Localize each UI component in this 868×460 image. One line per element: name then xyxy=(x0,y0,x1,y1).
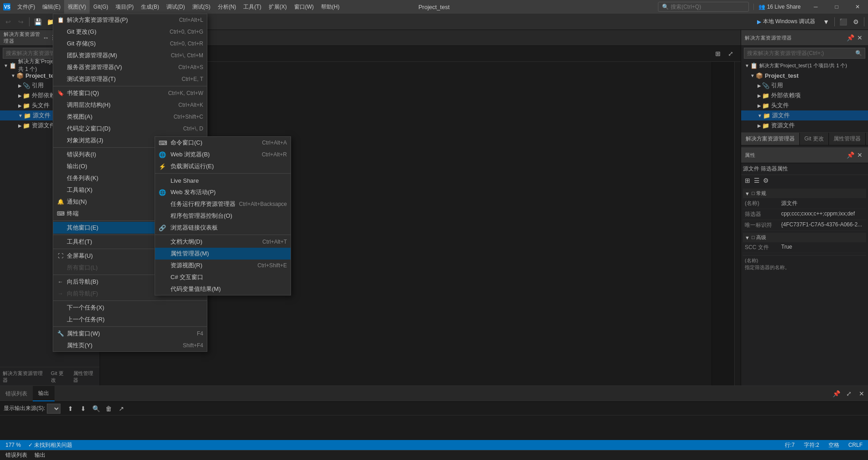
menu-git[interactable]: Git(G) xyxy=(90,0,112,14)
cm-git-changes[interactable]: Git 更改(G) Ctrl+0, Ctrl+G xyxy=(53,26,207,38)
menu-view[interactable]: 视图(V) xyxy=(64,0,90,14)
sol-source[interactable]: ▼ 📁 源文件 xyxy=(741,110,868,120)
props-sort-btn[interactable]: ⊞ xyxy=(743,176,752,185)
output-btn-1[interactable]: ⬆ xyxy=(64,402,77,415)
cm-proppage[interactable]: 属性页(Y) Shift+F4 xyxy=(53,340,207,351)
bottom-tab-output[interactable]: 输出 xyxy=(33,386,55,401)
props-section-general[interactable]: ▼ □ 常规 xyxy=(743,189,866,198)
sol-project[interactable]: ▼ 📦 Project_test xyxy=(741,70,868,80)
menu-tools[interactable]: 工具(T) xyxy=(240,0,265,14)
sub-propsmanager[interactable]: 属性管理器(M) xyxy=(155,248,291,260)
errortab-errors[interactable]: 错误列表 xyxy=(4,450,29,460)
bottom-tab-errors[interactable]: 错误列表 xyxy=(0,386,33,401)
menu-build[interactable]: 生成(B) xyxy=(137,0,163,14)
toolbar-more[interactable]: ⚙ xyxy=(849,15,862,28)
cm-bookmarks[interactable]: 🔖 书签窗口(Q) Ctrl+K, Ctrl+W xyxy=(53,87,207,99)
status-encoding[interactable]: CRLF xyxy=(847,440,864,450)
bottom-pin-btn[interactable]: 📌 xyxy=(830,387,843,400)
sub-resourceview[interactable]: 资源视图(R) Ctrl+Shift+E xyxy=(155,260,291,271)
menu-help[interactable]: 帮助(H) xyxy=(317,0,343,14)
cm-callhierarchy[interactable]: 调用层次结构(H) Ctrl+Alt+K xyxy=(53,99,207,111)
props-pin-btn[interactable]: 📌 xyxy=(846,150,855,160)
cm-test-explorer[interactable]: 测试资源管理器(T) Ctrl+E, T xyxy=(53,73,207,85)
sub-webbrowser[interactable]: 🌐 Web 浏览器(B) Ctrl+Alt+R xyxy=(155,149,291,160)
cm-solution-explorer[interactable]: 📋 解决方案资源管理器(P) Ctrl+Alt+L xyxy=(53,14,207,26)
bottom-close-btn[interactable]: ✕ xyxy=(855,387,868,400)
cm-git-stash[interactable]: Git 存储(S) Ctrl+0, Ctrl+R xyxy=(53,38,207,50)
cm-propwindow[interactable]: 🔧 属性窗口(W) F4 xyxy=(53,328,207,340)
maximize-btn[interactable]: □ xyxy=(826,0,847,14)
sub-coderesult[interactable]: 代码变量值结果(M) xyxy=(155,283,291,295)
sub-taskrunner[interactable]: 任务运行程序资源管理器 Ctrl+Alt+Backsapce xyxy=(155,198,291,210)
sidebar-sync-btn[interactable]: ↔ xyxy=(41,33,50,42)
toolbar-undo[interactable]: ↩ xyxy=(2,15,15,28)
menu-analyze[interactable]: 分析(N) xyxy=(214,0,240,14)
toolbar-run-dropdown[interactable]: ▼ xyxy=(820,15,833,28)
status-errors[interactable]: ✓ 未找到相关问题 xyxy=(26,440,74,450)
close-btn[interactable]: ✕ xyxy=(847,0,868,14)
sub-nuget[interactable]: 程序包管理器控制台(O) xyxy=(155,210,291,222)
output-btn-3[interactable]: 🔍 xyxy=(90,402,102,415)
props-list-btn[interactable]: ☰ xyxy=(752,176,761,185)
toolbar-redo[interactable]: ↪ xyxy=(15,15,27,28)
sub-loadtest[interactable]: ⚡ 负载测试运行(E) xyxy=(155,160,291,172)
sol-pin-btn[interactable]: 📌 xyxy=(846,33,855,42)
editor-expand-btn[interactable]: ⤢ xyxy=(724,47,737,60)
menu-extensions[interactable]: 扩展(X) xyxy=(265,0,291,14)
editor-scrollbar[interactable] xyxy=(734,62,741,386)
sub-webpublish[interactable]: 🌐 Web 发布活动(P) xyxy=(155,186,291,198)
sol-headers[interactable]: ▶ 📁 头文件 xyxy=(741,100,868,110)
sol-external[interactable]: ▶ 📁 外部依赖项 xyxy=(741,90,868,100)
toolbar-stop[interactable]: ⬛ xyxy=(837,15,849,28)
sidebar-tab-git[interactable]: Git 更改 xyxy=(48,369,70,385)
menu-window[interactable]: 窗口(W) xyxy=(291,0,317,14)
output-btn-4[interactable]: 🗑 xyxy=(102,402,115,415)
menu-edit[interactable]: 编辑(E) xyxy=(39,0,64,14)
output-btn-5[interactable]: ↗ xyxy=(115,402,128,415)
status-spaces[interactable]: 空格 xyxy=(827,440,841,450)
solution-search[interactable]: 🔍 xyxy=(744,48,865,59)
sub-browserlink[interactable]: 🔗 浏览器链接仪表板 xyxy=(155,222,291,234)
sol-resources[interactable]: ▶ 📁 资源文件 xyxy=(741,120,868,130)
live-share-btn[interactable]: 👥 16 Live Share xyxy=(753,4,805,10)
output-btn-2[interactable]: ⬇ xyxy=(77,402,90,415)
sidebar-tab-props-manager[interactable]: 属性管理器 xyxy=(70,369,100,385)
props-tab-git[interactable]: Git 更改 xyxy=(800,133,829,145)
editor-split-btn[interactable]: ⊞ xyxy=(712,47,724,60)
minimize-btn[interactable]: ─ xyxy=(805,0,826,14)
menu-test[interactable]: 测试(S) xyxy=(189,0,214,14)
menu-project[interactable]: 项目(P) xyxy=(112,0,137,14)
props-close-btn[interactable]: ✕ xyxy=(855,150,864,160)
props-tab-solution[interactable]: 解决方案资源管理器 xyxy=(741,133,800,145)
sol-close-btn[interactable]: ✕ xyxy=(855,33,864,42)
props-gear-btn[interactable]: ⚙ xyxy=(761,176,770,185)
menu-debug[interactable]: 调试(D) xyxy=(163,0,189,14)
cm-classview[interactable]: 类视图(A) Ctrl+Shift+C xyxy=(53,111,207,123)
cm-prevtask[interactable]: 上一个任务(R) xyxy=(53,314,207,325)
status-char[interactable]: 字符:2 xyxy=(802,440,821,450)
search-bar[interactable]: 🔍 xyxy=(658,2,749,12)
props-tab-manager[interactable]: 属性管理器 xyxy=(829,133,866,145)
errortab-output[interactable]: 输出 xyxy=(33,450,47,460)
cm-team[interactable]: 团队资源管理器(M) Ctrl+\, Ctrl+M xyxy=(53,50,207,61)
solution-search-input[interactable] xyxy=(747,50,855,56)
menu-file[interactable]: 文件(F) xyxy=(14,0,39,14)
cm-nexttask[interactable]: 下一个任务(X) xyxy=(53,302,207,314)
sub-docoutline[interactable]: 文档大纲(D) Ctrl+Alt+T xyxy=(155,236,291,248)
sol-refs[interactable]: ▶ 📎 引用 xyxy=(741,80,868,90)
sol-root[interactable]: ▼ 📋 解决方案'Project_test'(1 个项目/共 1 个) xyxy=(741,60,868,70)
cm-server[interactable]: 服务器资源管理器(V) Ctrl+Alt+S xyxy=(53,61,207,73)
status-line[interactable]: 行:7 xyxy=(783,440,797,450)
props-section-advanced[interactable]: ▼ □ 高级 xyxy=(743,233,866,242)
bottom-expand-btn[interactable]: ⤢ xyxy=(843,387,855,400)
search-input[interactable] xyxy=(671,4,743,10)
status-zoom[interactable]: 177 % xyxy=(4,440,23,450)
sub-liveshare[interactable]: Live Share xyxy=(155,175,291,186)
cm-codedef[interactable]: 代码定义窗口(D) Ctrl+\, D xyxy=(53,123,207,135)
sidebar-tab-solution[interactable]: 解决方案资源管理器 xyxy=(0,369,48,385)
sub-csinteractive[interactable]: C# 交互窗口 xyxy=(155,271,291,283)
toolbar-save-all[interactable]: 💾 xyxy=(31,15,44,28)
run-button[interactable]: ▶ 本地 Windows 调试器 xyxy=(753,15,820,28)
output-source-select[interactable] xyxy=(47,404,60,414)
sub-command[interactable]: ⌨ 命令窗口(C) Ctrl+Alt+A xyxy=(155,137,291,149)
